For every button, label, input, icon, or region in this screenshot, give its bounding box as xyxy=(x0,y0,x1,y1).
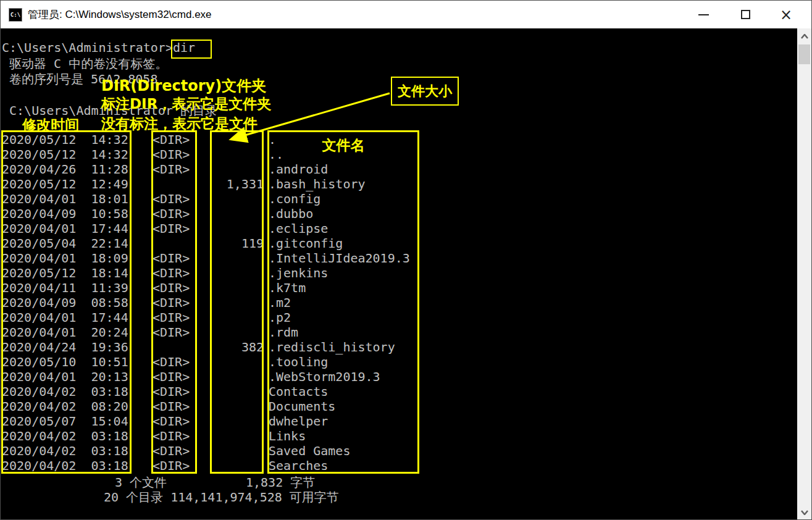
file-size-label: 文件大小 xyxy=(398,82,452,101)
file-size-column-box xyxy=(210,130,264,474)
dir-note-line1: DIR(Directory)文件夹 xyxy=(101,76,266,96)
file-name-label: 文件名 xyxy=(267,136,419,155)
dir-note-line2: 标注DIR，表示它是文件夹 xyxy=(101,94,271,114)
terminal-output: C:\Users\Administrator>dir 驱动器 C 中的卷没有标签… xyxy=(1,28,798,520)
chevron-down-icon xyxy=(801,510,808,515)
title-bar: C:\ 管理员: C:\Windows\system32\cmd.exe × xyxy=(1,1,811,28)
scrollbar-thumb[interactable] xyxy=(798,44,810,64)
minimize-button[interactable] xyxy=(684,1,722,28)
maximize-icon xyxy=(741,10,750,19)
volume-line: 驱动器 C 中的卷没有标签。 xyxy=(2,56,167,71)
close-button[interactable]: × xyxy=(767,1,805,28)
file-size-callout-box: 文件大小 xyxy=(391,77,459,106)
cmd-app-icon: C:\ xyxy=(9,8,22,22)
dir-flag-column-box xyxy=(151,130,197,474)
scroll-up-button[interactable] xyxy=(797,30,811,43)
modified-time-column-box xyxy=(1,130,132,474)
files-bytes: 1,832 字节 xyxy=(246,475,315,490)
cmd-window: C:\ 管理员: C:\Windows\system32\cmd.exe × C… xyxy=(0,0,812,520)
scroll-down-button[interactable] xyxy=(797,506,811,519)
dir-note-line3: 没有标注，表示它是文件 xyxy=(101,114,257,133)
chevron-up-icon xyxy=(801,34,808,39)
vertical-scrollbar[interactable] xyxy=(797,28,811,520)
dirs-summary: 20 个目录 114,141,974,528 可用字节 xyxy=(104,490,339,505)
files-count: 3 个文件 xyxy=(115,475,167,490)
close-icon: × xyxy=(780,7,792,22)
window-title: 管理员: C:\Windows\system32\cmd.exe xyxy=(28,7,212,22)
maximize-button[interactable] xyxy=(726,1,764,28)
dir-command-highlight-box xyxy=(171,40,212,59)
prompt-line: C:\Users\Administrator>dir xyxy=(2,40,195,55)
modified-time-label: 修改时间 xyxy=(22,115,79,135)
minimize-icon xyxy=(698,14,709,15)
file-name-column-box xyxy=(267,130,419,474)
